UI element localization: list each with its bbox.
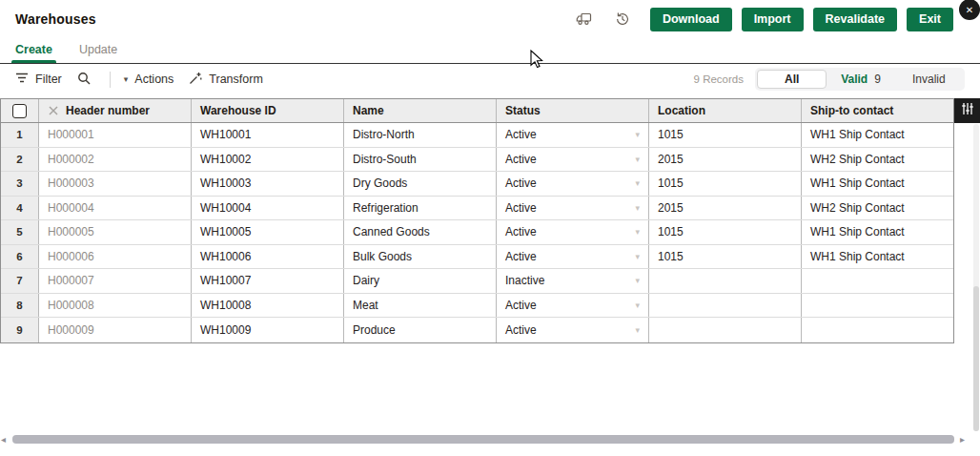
download-button[interactable]: Download (650, 8, 732, 31)
cell-status-dropdown[interactable]: Active ▾ (497, 318, 649, 342)
cell-name[interactable]: Bulk Goods (344, 245, 497, 269)
cell-location[interactable]: 1015 (649, 172, 802, 196)
segment-all[interactable]: All (757, 70, 827, 89)
row-number[interactable]: 8 (1, 294, 39, 318)
column-header-location[interactable]: Location (649, 99, 802, 122)
tab-create[interactable]: Create (13, 38, 54, 63)
exit-button[interactable]: Exit (907, 8, 953, 31)
import-button[interactable]: Import (742, 8, 804, 31)
column-header-status[interactable]: Status (497, 99, 649, 122)
row-number[interactable]: 6 (1, 245, 39, 269)
cell-warehouse-id[interactable]: WH10005 (192, 220, 344, 244)
cell-status-dropdown[interactable]: Active ▾ (497, 148, 649, 172)
warehouses-table: Header number Warehouse ID Name Status L… (0, 98, 954, 343)
column-label: Header number (66, 104, 150, 117)
scroll-left-arrow[interactable]: ◂ (1, 434, 6, 445)
truck-icon[interactable] (574, 9, 595, 30)
row-number[interactable]: 3 (1, 172, 39, 196)
vertical-scrollbar-thumb[interactable] (973, 286, 979, 431)
cell-name[interactable]: Dry Goods (344, 172, 497, 196)
column-label: Name (353, 104, 384, 117)
tab-bar: Create Update (0, 38, 980, 64)
cell-status-dropdown[interactable]: Active ▾ (497, 123, 649, 147)
filter-button[interactable]: Filter (15, 73, 62, 86)
cell-status-dropdown[interactable]: Inactive ▾ (497, 269, 649, 293)
cell-ship-to-contact[interactable] (802, 318, 953, 342)
cell-status-dropdown[interactable]: Active ▾ (497, 245, 649, 269)
cell-status-dropdown[interactable]: Active ▾ (497, 294, 649, 318)
cell-name[interactable]: Produce (344, 318, 497, 342)
cell-location[interactable] (649, 294, 802, 318)
segment-invalid[interactable]: Invalid (895, 70, 963, 89)
cell-name[interactable]: Refrigeration (344, 197, 497, 220)
cell-status-dropdown[interactable]: Active ▾ (497, 197, 649, 220)
cell-location[interactable]: 2015 (649, 148, 802, 172)
cell-status-dropdown[interactable]: Active ▾ (497, 172, 649, 196)
cell-name[interactable]: Dairy (344, 269, 497, 293)
header-actions: Download Import Revalidate Exit (574, 8, 965, 31)
cell-name[interactable]: Meat (344, 294, 497, 318)
column-header-name[interactable]: Name (344, 99, 497, 122)
cell-ship-to-contact[interactable]: WH1 Ship Contact (802, 123, 953, 147)
column-header-ship-to-contact[interactable]: Ship-to contact (802, 99, 953, 122)
row-number[interactable]: 5 (1, 220, 39, 244)
actions-menu[interactable]: ▾ Actions (124, 73, 174, 86)
tab-update[interactable]: Update (77, 38, 119, 63)
cell-warehouse-id[interactable]: WH10004 (192, 197, 344, 220)
cell-location[interactable]: 1015 (649, 245, 802, 269)
close-button[interactable]: ✕ (959, 0, 980, 20)
revalidate-button[interactable]: Revalidate (813, 8, 898, 31)
row-number[interactable]: 2 (1, 148, 39, 172)
cell-header-number[interactable]: H000006 (39, 245, 192, 269)
history-icon[interactable] (612, 9, 633, 30)
cell-ship-to-contact[interactable]: WH2 Ship Contact (802, 197, 953, 220)
cell-ship-to-contact[interactable]: WH1 Ship Contact (802, 220, 953, 244)
column-header-warehouse-id[interactable]: Warehouse ID (192, 99, 344, 122)
row-number[interactable]: 9 (1, 318, 39, 342)
cell-location[interactable]: 2015 (649, 197, 802, 220)
cell-ship-to-contact[interactable] (802, 269, 953, 293)
search-button[interactable] (77, 72, 91, 88)
cell-location[interactable] (649, 269, 802, 293)
cell-header-number[interactable]: H000009 (39, 318, 192, 342)
cell-warehouse-id[interactable]: WH10006 (192, 245, 344, 269)
cell-name[interactable]: Distro-South (344, 148, 497, 172)
cell-header-number[interactable]: H000004 (39, 197, 192, 220)
cell-warehouse-id[interactable]: WH10003 (192, 172, 344, 196)
cell-ship-to-contact[interactable]: WH2 Ship Contact (802, 148, 953, 172)
row-number[interactable]: 4 (1, 197, 39, 220)
cell-warehouse-id[interactable]: WH10001 (192, 123, 344, 147)
scroll-right-arrow[interactable]: ▸ (960, 434, 965, 445)
cell-header-number[interactable]: H000002 (39, 148, 192, 172)
cell-ship-to-contact[interactable]: WH1 Ship Contact (802, 245, 953, 269)
column-settings-button[interactable] (954, 98, 980, 123)
cell-warehouse-id[interactable]: WH10009 (192, 318, 344, 342)
table-header-row: Header number Warehouse ID Name Status L… (1, 99, 953, 123)
row-number[interactable]: 7 (1, 269, 39, 293)
horizontal-scrollbar-thumb[interactable] (12, 435, 954, 444)
cell-ship-to-contact[interactable] (802, 294, 953, 318)
header-checkbox-cell (1, 99, 39, 122)
cell-ship-to-contact[interactable]: WH1 Ship Contact (802, 172, 953, 196)
cell-location[interactable]: 1015 (649, 123, 802, 147)
cell-warehouse-id[interactable]: WH10008 (192, 294, 344, 318)
cell-name[interactable]: Canned Goods (344, 220, 497, 244)
cell-warehouse-id[interactable]: WH10002 (192, 148, 344, 172)
segment-valid[interactable]: Valid 9 (827, 70, 894, 89)
transform-button[interactable]: Transform (189, 72, 263, 88)
cell-warehouse-id[interactable]: WH10007 (192, 269, 344, 293)
select-all-checkbox[interactable] (12, 104, 27, 118)
close-icon: ✕ (966, 5, 973, 15)
cell-header-number[interactable]: H000007 (39, 269, 192, 293)
cell-name[interactable]: Distro-North (344, 123, 497, 147)
cell-location[interactable]: 1015 (649, 220, 802, 244)
cell-header-number[interactable]: H000005 (39, 220, 192, 244)
row-number[interactable]: 1 (1, 123, 39, 147)
cell-location[interactable] (649, 318, 802, 342)
cell-status-dropdown[interactable]: Active ▾ (497, 220, 649, 244)
cell-header-number[interactable]: H000008 (39, 294, 192, 318)
cell-header-number[interactable]: H000001 (39, 123, 192, 147)
chevron-down-icon: ▾ (635, 130, 640, 139)
column-header-header-number[interactable]: Header number (39, 99, 192, 122)
cell-header-number[interactable]: H000003 (39, 172, 192, 196)
